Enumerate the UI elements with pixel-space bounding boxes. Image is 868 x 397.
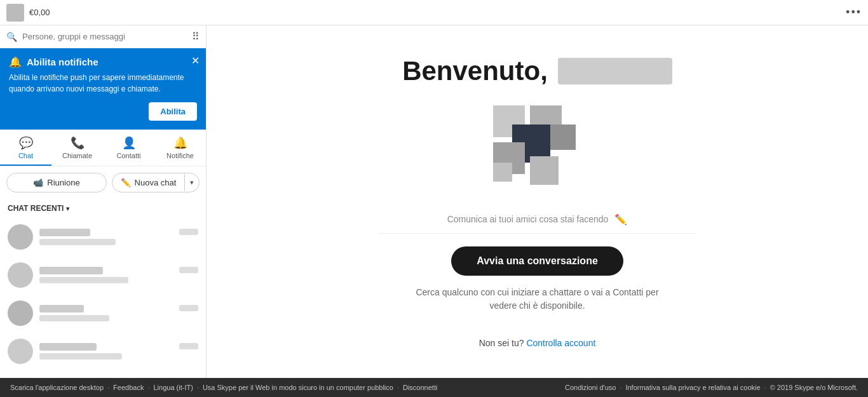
top-bar: €0,00 ••• bbox=[0, 0, 868, 25]
notification-body: Abilita le notifiche push per sapere imm… bbox=[9, 72, 197, 95]
chat-info bbox=[39, 229, 198, 245]
calls-icon: 📞 bbox=[71, 136, 85, 150]
avatar-mosaic-svg bbox=[487, 99, 588, 201]
balance-display: €0,00 bbox=[29, 8, 50, 17]
notifications-icon: 🔔 bbox=[173, 136, 187, 150]
chat-time bbox=[179, 343, 198, 349]
footer-link-terms[interactable]: Condizioni d'uso bbox=[565, 384, 616, 391]
chat-preview bbox=[39, 315, 109, 321]
chat-time bbox=[179, 305, 198, 311]
contacts-icon: 👤 bbox=[122, 136, 136, 150]
new-chat-icon: ✏️ bbox=[121, 178, 131, 187]
footer-copyright: © 2019 Skype e/o Microsoft. bbox=[770, 384, 858, 391]
nav-tabs: 💬 Chat 📞 Chiamate 👤 Contatti 🔔 Notifiche bbox=[0, 130, 206, 166]
svg-rect-6 bbox=[493, 163, 512, 182]
edit-icon[interactable]: ✏️ bbox=[614, 213, 627, 225]
start-conversation-button[interactable]: Avvia una conversazione bbox=[451, 246, 623, 276]
footer-link-desktop[interactable]: Scarica l'applicazione desktop bbox=[10, 384, 104, 391]
notification-banner: 🔔 Abilita notifiche ✕ Abilita le notific… bbox=[0, 48, 206, 130]
status-line: Comunica ai tuoi amici cosa stai facendo… bbox=[379, 213, 696, 234]
tab-contacts[interactable]: 👤 Contatti bbox=[103, 130, 154, 166]
chat-time bbox=[179, 229, 198, 235]
footer-link-public[interactable]: Usa Skype per il Web in modo sicuro in u… bbox=[203, 384, 393, 391]
avatar bbox=[8, 300, 33, 326]
search-bar: 🔍 ⠿ bbox=[0, 25, 206, 48]
chat-recent-header[interactable]: CHAT RECENTI ▾ bbox=[0, 199, 206, 218]
not-you-section: Non sei tu? Controlla account bbox=[479, 338, 596, 348]
tab-chat[interactable]: 💬 Chat bbox=[0, 130, 51, 166]
bell-icon: 🔔 bbox=[9, 56, 22, 68]
footer-left-links: Scarica l'applicazione desktop · Feedbac… bbox=[10, 384, 437, 391]
check-account-link[interactable]: Controlla account bbox=[526, 338, 595, 348]
user-avatar-small bbox=[6, 4, 24, 22]
more-options-button[interactable]: ••• bbox=[846, 6, 862, 19]
footer-right-links: Condizioni d'uso · Informativa sulla pri… bbox=[565, 384, 858, 391]
chat-info bbox=[39, 343, 198, 360]
chat-name bbox=[39, 229, 90, 236]
list-item[interactable] bbox=[0, 332, 206, 370]
search-input[interactable] bbox=[22, 32, 187, 41]
footer: Scarica l'applicazione desktop · Feedbac… bbox=[0, 378, 868, 397]
svg-rect-5 bbox=[550, 124, 576, 150]
new-chat-button[interactable]: ✏️ Nuova chat bbox=[112, 173, 184, 192]
chat-icon: 💬 bbox=[19, 136, 33, 150]
footer-link-feedback[interactable]: Feedback bbox=[113, 384, 144, 391]
list-item[interactable] bbox=[0, 218, 206, 256]
chat-info bbox=[39, 305, 198, 321]
chat-preview bbox=[39, 353, 122, 360]
new-chat-dropdown-button[interactable]: ▾ bbox=[184, 174, 199, 191]
search-icon: 🔍 bbox=[6, 32, 17, 42]
notification-title: 🔔 Abilita notifiche bbox=[9, 56, 197, 68]
footer-link-privacy[interactable]: Informativa sulla privacy e relativa ai … bbox=[625, 384, 760, 391]
chat-name bbox=[39, 343, 97, 351]
main-content: Benvenuto, bbox=[207, 25, 868, 378]
avatar bbox=[8, 262, 33, 288]
welcome-title: Benvenuto, bbox=[402, 56, 672, 86]
svg-rect-4 bbox=[530, 156, 559, 185]
list-item[interactable] bbox=[0, 294, 206, 332]
avatar bbox=[8, 224, 33, 250]
chevron-down-icon: ▾ bbox=[66, 205, 69, 212]
list-item[interactable] bbox=[0, 256, 206, 294]
start-conversation-hint: Cerca qualcuno con cui iniziare a chatta… bbox=[404, 286, 671, 313]
avatar-mosaic bbox=[487, 99, 588, 201]
footer-link-disconnect[interactable]: Disconnetti bbox=[403, 384, 437, 391]
chat-name bbox=[39, 267, 103, 274]
chat-preview bbox=[39, 239, 116, 245]
footer-link-language[interactable]: Lingua (it-IT) bbox=[153, 384, 193, 391]
sidebar: 🔍 ⠿ 🔔 Abilita notifiche ✕ Abilita le not… bbox=[0, 25, 207, 378]
tab-notifications[interactable]: 🔔 Notifiche bbox=[154, 130, 206, 166]
chat-time bbox=[179, 267, 198, 273]
avatar bbox=[8, 339, 33, 364]
action-buttons: 📹 Riunione ✏️ Nuova chat ▾ bbox=[0, 166, 206, 199]
meeting-button[interactable]: 📹 Riunione bbox=[6, 173, 107, 192]
status-placeholder: Comunica ai tuoi amici cosa stai facendo bbox=[447, 214, 609, 224]
notification-close-button[interactable]: ✕ bbox=[191, 55, 200, 67]
chat-list bbox=[0, 218, 206, 378]
meeting-icon: 📹 bbox=[33, 178, 43, 187]
enable-notifications-button[interactable]: Abilita bbox=[149, 102, 197, 121]
chat-name bbox=[39, 305, 84, 313]
new-chat-split-button: ✏️ Nuova chat ▾ bbox=[112, 173, 200, 192]
chat-preview bbox=[39, 277, 128, 283]
chat-info bbox=[39, 267, 198, 283]
user-name-blurred bbox=[558, 58, 672, 84]
tab-calls[interactable]: 📞 Chiamate bbox=[51, 130, 103, 166]
grid-button[interactable]: ⠿ bbox=[192, 30, 200, 43]
